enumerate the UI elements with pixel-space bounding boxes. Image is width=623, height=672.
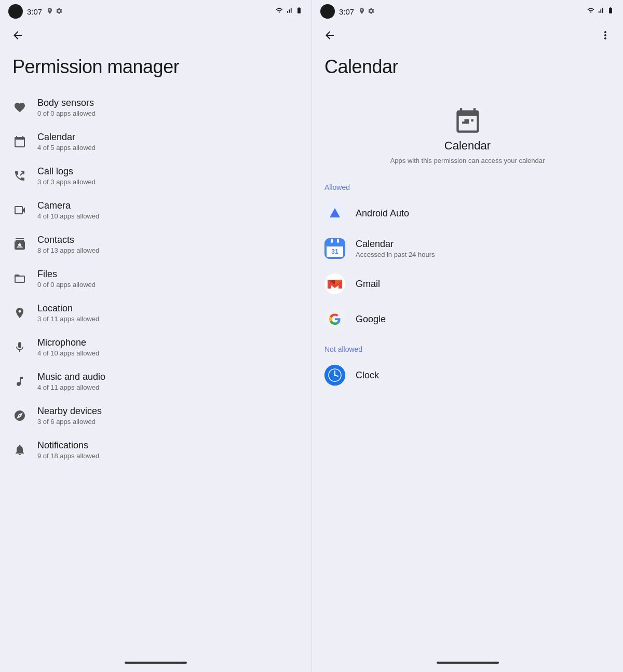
page-title-right: Calendar — [312, 48, 623, 90]
wifi-icon-right — [587, 7, 595, 16]
location-status-icon — [46, 7, 53, 16]
call-logs-count: 3 of 3 apps allowed — [37, 178, 96, 186]
camera-count: 4 of 10 apps allowed — [37, 212, 99, 220]
permission-item-camera[interactable]: Camera 4 of 10 apps allowed — [0, 193, 312, 227]
permission-item-contacts[interactable]: Contacts 8 of 13 apps allowed — [0, 227, 312, 262]
contacts-icon — [12, 237, 27, 252]
android-auto-name: Android Auto — [356, 208, 409, 219]
location-status-icon-right — [358, 7, 365, 16]
battery-icon-right — [606, 7, 615, 16]
location-name: Location — [37, 303, 99, 314]
permission-item-location[interactable]: Location 3 of 11 apps allowed — [0, 296, 312, 330]
location-icon — [12, 306, 27, 320]
top-nav-left — [0, 23, 312, 48]
notifications-text: Notifications 9 of 18 apps allowed — [37, 440, 99, 460]
permission-item-body-sensors[interactable]: Body sensors 0 of 0 apps allowed — [0, 90, 312, 125]
notifications-name: Notifications — [37, 440, 99, 451]
bottom-bar-left — [0, 655, 312, 672]
contacts-count: 8 of 13 apps allowed — [37, 246, 99, 254]
signal-icon — [286, 7, 293, 16]
status-bar-right: 3:07 — [312, 0, 623, 23]
gmail-text: Gmail — [356, 279, 380, 290]
permission-item-microphone[interactable]: Microphone 4 of 10 apps allowed — [0, 330, 312, 364]
nearby-devices-icon — [12, 408, 27, 423]
battery-icon — [295, 7, 303, 16]
calendar-permission-header: Calendar Apps with this permission can a… — [312, 90, 623, 175]
status-time-right: 3:07 — [339, 7, 354, 16]
camera-name: Camera — [37, 200, 99, 211]
gmail-name: Gmail — [356, 279, 380, 290]
more-options-button[interactable] — [596, 26, 615, 45]
calendar-count: 4 of 5 apps allowed — [37, 144, 96, 152]
signal-icon-right — [597, 7, 604, 16]
gmail-icon — [324, 273, 345, 294]
status-circle-right — [320, 4, 335, 19]
camera-text: Camera 4 of 10 apps allowed — [37, 200, 99, 220]
permission-item-calendar[interactable]: Calendar 4 of 5 apps allowed — [0, 125, 312, 159]
status-right-left — [275, 7, 303, 16]
home-indicator-right — [437, 662, 499, 664]
app-item-android-auto[interactable]: Android Auto — [312, 196, 623, 231]
app-item-gmail[interactable]: Gmail — [312, 266, 623, 301]
calendar-app-name: Calendar — [356, 239, 435, 250]
nearby-devices-name: Nearby devices — [37, 406, 102, 417]
microphone-text: Microphone 4 of 10 apps allowed — [37, 337, 99, 357]
microphone-icon — [12, 340, 27, 354]
call-logs-text: Call logs 3 of 3 apps allowed — [37, 166, 96, 186]
files-icon — [12, 271, 27, 286]
contacts-name: Contacts — [37, 235, 99, 245]
app-item-google[interactable]: Google — [312, 301, 623, 337]
calendar-icon — [12, 134, 27, 149]
settings-status-icon-right — [368, 7, 375, 16]
body-sensors-text: Body sensors 0 of 0 apps allowed — [37, 98, 96, 117]
music-audio-text: Music and audio 4 of 11 apps allowed — [37, 372, 105, 391]
page-title-left: Permission manager — [0, 48, 312, 90]
status-left-right: 3:07 — [320, 4, 375, 19]
svg-point-16 — [334, 375, 336, 376]
status-right-right — [587, 7, 615, 16]
body-sensors-name: Body sensors — [37, 98, 96, 108]
music-icon — [12, 374, 27, 389]
calendar-app-icon: 31 — [324, 238, 345, 259]
google-name: Google — [356, 314, 386, 325]
files-count: 0 of 0 apps allowed — [37, 281, 96, 289]
app-item-calendar-app[interactable]: 31 Calendar Accessed in past 24 hours — [312, 231, 623, 266]
calendar-app-text: Calendar Accessed in past 24 hours — [356, 239, 435, 258]
status-bar-left: 3:07 — [0, 0, 312, 23]
calendar-perm-description: Apps with this permission can access you… — [390, 157, 545, 164]
settings-status-icon — [56, 7, 63, 16]
top-nav-right — [312, 23, 623, 48]
app-item-clock[interactable]: Clock — [312, 358, 623, 393]
status-icons-left — [46, 7, 63, 16]
location-text: Location 3 of 11 apps allowed — [37, 303, 99, 323]
google-text: Google — [356, 314, 386, 325]
music-audio-name: Music and audio — [37, 372, 105, 382]
nearby-devices-text: Nearby devices 3 of 6 apps allowed — [37, 406, 102, 426]
svg-rect-5 — [331, 239, 333, 243]
status-left: 3:07 — [8, 4, 63, 19]
permission-item-call-logs[interactable]: Call logs 3 of 3 apps allowed — [0, 159, 312, 193]
right-panel: 3:07 — [312, 0, 623, 672]
status-icons-right — [358, 7, 375, 16]
permission-item-nearby-devices[interactable]: Nearby devices 3 of 6 apps allowed — [0, 399, 312, 433]
status-circle — [8, 4, 23, 19]
google-icon — [324, 309, 345, 330]
call-logs-name: Call logs — [37, 166, 96, 177]
contacts-text: Contacts 8 of 13 apps allowed — [37, 235, 99, 254]
wifi-icon — [275, 7, 283, 16]
back-button-right[interactable] — [320, 26, 339, 45]
svg-text:31: 31 — [331, 248, 338, 255]
permission-item-music-audio[interactable]: Music and audio 4 of 11 apps allowed — [0, 364, 312, 399]
home-indicator-left — [125, 662, 187, 664]
clock-icon — [324, 365, 345, 386]
files-name: Files — [37, 269, 96, 280]
music-audio-count: 4 of 11 apps allowed — [37, 383, 105, 391]
back-button-left[interactable] — [8, 26, 27, 45]
permission-item-notifications[interactable]: Notifications 9 of 18 apps allowed — [0, 433, 312, 467]
permission-item-files[interactable]: Files 0 of 0 apps allowed — [0, 262, 312, 296]
calendar-perm-icon — [453, 106, 482, 135]
microphone-name: Microphone — [37, 337, 99, 348]
call-logs-icon — [12, 169, 27, 183]
notifications-icon — [12, 443, 27, 457]
body-sensors-count: 0 of 0 apps allowed — [37, 109, 96, 117]
